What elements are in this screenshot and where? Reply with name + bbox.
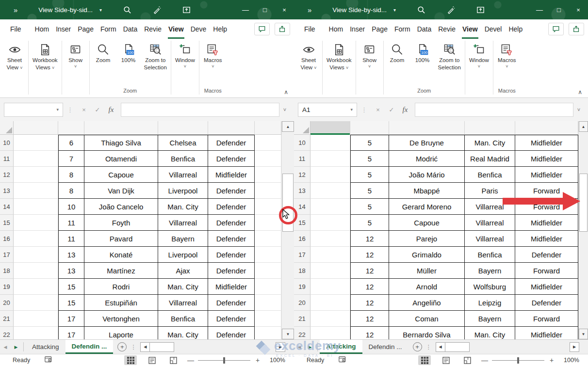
cell-f[interactable] bbox=[255, 295, 281, 311]
cell-a[interactable] bbox=[310, 311, 350, 327]
cell-position[interactable]: Defender bbox=[515, 295, 578, 311]
comments-button[interactable] bbox=[548, 23, 564, 35]
cell-position[interactable]: Defender bbox=[208, 151, 255, 167]
cell-player[interactable]: Capoue bbox=[389, 215, 465, 231]
column-header[interactable] bbox=[389, 121, 465, 134]
cell-position[interactable]: Midfielder bbox=[208, 167, 255, 183]
cell-player[interactable]: Pavard bbox=[84, 231, 158, 247]
show-button[interactable]: Show ˅ bbox=[357, 41, 382, 71]
window-button[interactable]: Window ˅ bbox=[172, 41, 198, 71]
cell-number[interactable]: 12 bbox=[350, 327, 389, 339]
sheet-tab[interactable]: Attacking bbox=[320, 340, 362, 354]
cell-a[interactable] bbox=[14, 199, 58, 215]
cell-player[interactable]: Laporte bbox=[84, 327, 158, 339]
cell-position[interactable]: Midfielder bbox=[515, 215, 578, 231]
cell-f[interactable] bbox=[255, 199, 281, 215]
ribbon-tab[interactable]: Data bbox=[120, 19, 141, 39]
cell-club[interactable]: Chelsea bbox=[158, 135, 208, 151]
pen-icon[interactable] bbox=[153, 6, 161, 14]
ribbon-tab[interactable]: Page bbox=[368, 19, 391, 39]
cell-number[interactable]: 11 bbox=[58, 215, 84, 231]
workbook-views-button[interactable]: Workbook Views ˅ bbox=[324, 41, 355, 73]
cell-a[interactable] bbox=[14, 183, 58, 199]
cell-position[interactable]: Defender bbox=[208, 311, 255, 327]
cell-player[interactable]: Estupiñán bbox=[84, 295, 158, 311]
cell-a[interactable] bbox=[14, 151, 58, 167]
row-header[interactable]: 22 bbox=[0, 327, 14, 339]
ribbon-tab[interactable]: File bbox=[301, 19, 319, 39]
next-sheet-icon[interactable]: ▶ bbox=[305, 340, 315, 354]
cell-f[interactable] bbox=[255, 215, 281, 231]
next-sheet-icon[interactable]: ▶ bbox=[11, 340, 21, 354]
cell-position[interactable]: Defender bbox=[208, 135, 255, 151]
cell-f[interactable] bbox=[255, 135, 281, 151]
vertical-scroll-track[interactable] bbox=[579, 132, 588, 329]
cell-player[interactable]: Capoue bbox=[84, 167, 158, 183]
title-dropdown-icon[interactable]: ▾ bbox=[393, 7, 396, 13]
show-button[interactable]: Show ˅ bbox=[63, 41, 88, 71]
zoom-slider-handle[interactable] bbox=[223, 357, 225, 364]
formula-input[interactable] bbox=[121, 103, 279, 117]
cell-position[interactable]: Forward bbox=[515, 311, 578, 327]
enter-check-button[interactable]: ✓ bbox=[91, 103, 104, 117]
scroll-up-icon[interactable]: ▲ bbox=[579, 121, 588, 132]
name-box-dropdown-icon[interactable]: ▾ bbox=[56, 107, 59, 112]
cell-a[interactable] bbox=[14, 327, 58, 339]
close-button[interactable]: × bbox=[275, 0, 294, 19]
ribbon-tab[interactable]: Help bbox=[210, 19, 230, 39]
cell-number[interactable]: 15 bbox=[58, 279, 84, 295]
column-header[interactable] bbox=[158, 121, 208, 134]
sheet-view-button[interactable]: Sheet View ˅ bbox=[2, 41, 27, 73]
cell-club[interactable]: Man. City bbox=[158, 279, 208, 295]
zoom-to-selection-button[interactable]: Zoom to Selection bbox=[141, 41, 170, 73]
cell-player[interactable]: Modrić bbox=[389, 151, 465, 167]
cell-club[interactable]: Villarreal bbox=[158, 295, 208, 311]
cell-a[interactable] bbox=[14, 215, 58, 231]
sheet-view-button[interactable]: Sheet View ˅ bbox=[296, 41, 321, 73]
cell-club[interactable]: Liverpool bbox=[158, 247, 208, 263]
row-header[interactable]: 21 bbox=[294, 311, 310, 327]
ribbon-tab[interactable]: Form bbox=[391, 19, 414, 39]
sheet-tab[interactable]: Attacking bbox=[26, 340, 65, 354]
row-header[interactable]: 19 bbox=[0, 279, 14, 295]
cell-f[interactable] bbox=[255, 263, 281, 279]
cell-position[interactable]: Defender bbox=[208, 327, 255, 339]
cell-player[interactable]: Angeliño bbox=[389, 295, 465, 311]
row-header[interactable]: 21 bbox=[0, 311, 14, 327]
zoom-button[interactable]: Zoom bbox=[91, 41, 116, 65]
ribbon-tab[interactable]: View bbox=[459, 19, 481, 39]
cell-player[interactable]: Rodri bbox=[84, 279, 158, 295]
cell-number[interactable]: 10 bbox=[58, 199, 84, 215]
hscroll-left-icon[interactable]: ◀ bbox=[436, 342, 445, 352]
cell-player[interactable]: Bernardo Silva bbox=[389, 327, 465, 339]
macros-button[interactable]: Macros ˅ bbox=[494, 41, 520, 71]
enter-check-button[interactable]: ✓ bbox=[385, 103, 398, 117]
row-header[interactable]: 13 bbox=[294, 183, 310, 199]
row-header[interactable]: 18 bbox=[294, 263, 310, 279]
cell-player[interactable]: Gerard Moreno bbox=[389, 199, 465, 215]
ribbon-tab[interactable]: Help bbox=[505, 19, 526, 39]
cell-player[interactable]: João Cancelo bbox=[84, 199, 158, 215]
title-dropdown-icon[interactable]: ▾ bbox=[99, 7, 102, 13]
hscroll-right-icon[interactable]: ▶ bbox=[570, 342, 579, 352]
zoom-level-label[interactable]: 100% bbox=[267, 357, 285, 364]
cell-club[interactable]: Bayern bbox=[465, 311, 515, 327]
row-header[interactable]: 11 bbox=[0, 151, 14, 167]
column-header[interactable] bbox=[84, 121, 158, 134]
new-sheet-button[interactable]: + bbox=[413, 342, 422, 351]
cell-player[interactable]: Müller bbox=[389, 263, 465, 279]
cell-number[interactable]: 13 bbox=[58, 263, 84, 279]
cell-a[interactable] bbox=[310, 215, 350, 231]
normal-view-button[interactable] bbox=[418, 355, 431, 365]
scroll-down-icon[interactable]: ▼ bbox=[282, 329, 294, 339]
name-box-dropdown-icon[interactable]: ▾ bbox=[350, 107, 353, 112]
page-break-view-button[interactable] bbox=[167, 355, 180, 365]
row-header[interactable]: 10 bbox=[294, 135, 310, 151]
cell-number[interactable]: 12 bbox=[350, 295, 389, 311]
workbook-views-button[interactable]: Workbook Views ˅ bbox=[30, 41, 61, 73]
cell-player[interactable]: De Bruyne bbox=[389, 135, 465, 151]
maximize-button[interactable]: □ bbox=[549, 0, 569, 19]
cell-club[interactable]: Villarreal bbox=[465, 231, 515, 247]
popout-window-icon[interactable] bbox=[182, 6, 191, 14]
cell-number[interactable]: 12 bbox=[350, 311, 389, 327]
